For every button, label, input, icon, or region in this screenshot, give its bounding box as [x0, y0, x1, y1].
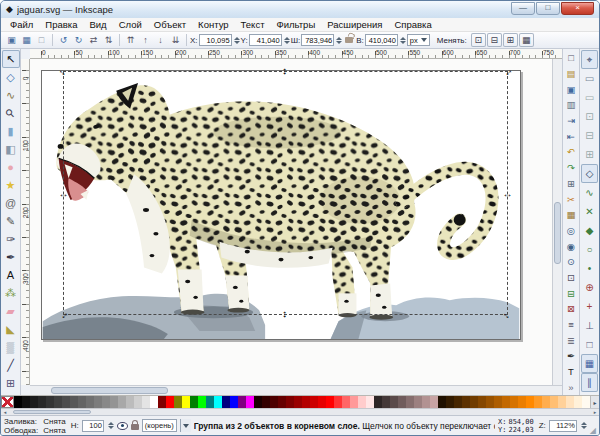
palette-swatch[interactable] [118, 396, 126, 408]
opacity-spinner[interactable] [108, 422, 114, 429]
palette-swatch[interactable] [262, 396, 270, 408]
selector-tool[interactable]: ↖ [2, 50, 20, 68]
palette-swatch[interactable] [78, 396, 86, 408]
tweak-tool[interactable]: ∿ [2, 86, 20, 104]
y-spinner[interactable] [284, 37, 290, 44]
horizontal-scrollbar-thumb[interactable] [51, 387, 168, 394]
menu-layer[interactable]: Слой [113, 18, 148, 31]
lower-icon[interactable]: ↓ [153, 33, 168, 47]
align-dialog-icon[interactable]: ≣ [564, 332, 579, 348]
enable-snapping-icon[interactable]: ⌖ [581, 50, 598, 69]
menu-edit[interactable]: Правка [39, 18, 83, 31]
layer-dropdown-button[interactable] [180, 419, 191, 432]
undo-icon[interactable]: ↶ [564, 144, 579, 160]
maximize-button[interactable]: □ [536, 2, 560, 15]
palette-swatch[interactable] [550, 396, 558, 408]
vertical-scrollbar[interactable] [552, 59, 562, 385]
palette-swatch[interactable] [406, 396, 414, 408]
save-icon[interactable]: ▣ [564, 81, 579, 97]
palette-swatch[interactable] [166, 396, 174, 408]
zoom-page-icon[interactable]: ⊙ [564, 254, 579, 270]
new-document-icon[interactable]: □ [564, 50, 579, 66]
palette-swatch[interactable] [158, 396, 166, 408]
palette-swatch[interactable] [302, 396, 310, 408]
snap-text-baselines-icon[interactable]: ⊥ [581, 316, 598, 335]
palette-swatch[interactable] [110, 396, 118, 408]
palette-swatch[interactable] [214, 396, 222, 408]
vertical-ruler[interactable]: 0100200300400 [21, 59, 30, 385]
select-all-icon[interactable]: ▣ [4, 33, 19, 47]
palette-scroll-right-icon[interactable]: ▸ [591, 409, 599, 416]
palette-swatch[interactable] [358, 396, 366, 408]
snap-line-midpoints-icon[interactable]: • [581, 259, 598, 278]
palette-swatch[interactable] [326, 396, 334, 408]
raise-to-top-icon[interactable]: ⇈ [123, 33, 138, 47]
rectangle-tool[interactable]: ▮ [2, 122, 20, 140]
unlink-clone-icon[interactable]: ⊠ [564, 301, 579, 317]
menu-text[interactable]: Текст [235, 18, 271, 31]
zoom-selection-icon[interactable]: ◎ [564, 223, 579, 239]
palette-swatch[interactable] [94, 396, 102, 408]
menu-file[interactable]: Файл [4, 18, 39, 31]
palette-swatch[interactable] [486, 396, 494, 408]
palette-swatch[interactable] [582, 396, 590, 408]
vertical-scrollbar-thumb[interactable] [554, 202, 561, 264]
horizontal-ruler[interactable]: 0501001502002503003504004505005506006507… [30, 49, 562, 59]
palette-swatch[interactable] [342, 396, 350, 408]
paint-bucket-tool[interactable]: ◣ [2, 320, 20, 338]
palette-swatch[interactable] [238, 396, 246, 408]
palette-swatch[interactable] [518, 396, 526, 408]
lock-ratio-icon[interactable] [345, 37, 353, 43]
snap-page-border-icon[interactable]: □ [581, 335, 598, 354]
snap-object-centers-icon[interactable]: ⊕ [581, 278, 598, 297]
select-all-layers-icon[interactable]: ▦ [19, 33, 34, 47]
xml-editor-icon[interactable]: ≡ [564, 317, 579, 333]
affect-gradients-icon[interactable]: ⊞ [503, 33, 518, 47]
selection-handle-bottom[interactable]: ↔ [281, 309, 292, 320]
pencil-tool[interactable]: ✎ [2, 212, 20, 230]
palette-swatch[interactable] [398, 396, 406, 408]
palette-swatch[interactable] [566, 396, 574, 408]
text-dialog-icon[interactable]: T [564, 364, 579, 380]
palette-swatch[interactable] [22, 396, 30, 408]
snap-bbox-icon[interactable]: ▭ [581, 69, 598, 88]
palette-swatch[interactable] [174, 396, 182, 408]
snap-nodes-icon[interactable]: ◇ [581, 164, 598, 183]
close-button[interactable]: × [561, 2, 594, 15]
resize-grip[interactable]: ◢ [590, 426, 596, 435]
units-dropdown[interactable]: px [407, 34, 430, 46]
palette-swatch[interactable] [278, 396, 286, 408]
toolbar-overflow-icon[interactable]: » [564, 379, 579, 395]
horizontal-scrollbar[interactable] [30, 385, 562, 395]
palette-swatch[interactable] [254, 396, 262, 408]
menu-path[interactable]: Контур [192, 18, 234, 31]
palette-swatch[interactable] [246, 396, 254, 408]
import-icon[interactable]: ⇥ [564, 113, 579, 129]
palette-swatch[interactable] [390, 396, 398, 408]
cut-icon[interactable]: ✂ [564, 191, 579, 207]
layer-lock-icon[interactable] [131, 424, 139, 430]
box3d-tool[interactable]: ◧ [2, 140, 20, 158]
snap-cusp-nodes-icon[interactable]: ◆ [581, 221, 598, 240]
palette-swatch[interactable] [414, 396, 422, 408]
affect-corners-icon[interactable]: ⊟ [487, 33, 502, 47]
print-icon[interactable]: ▥ [564, 97, 579, 113]
eraser-tool[interactable]: ▰ [2, 302, 20, 320]
lower-to-bottom-icon[interactable]: ⇊ [168, 33, 183, 47]
palette-swatch[interactable] [310, 396, 318, 408]
rotate-cw-icon[interactable]: ↻ [71, 33, 86, 47]
palette-swatch[interactable] [382, 396, 390, 408]
star-tool[interactable]: ★ [2, 176, 20, 194]
menu-filters[interactable]: Фильтры [270, 18, 321, 31]
palette-swatch[interactable] [502, 396, 510, 408]
layer-visibility-eye-icon[interactable] [117, 422, 128, 430]
palette-swatch[interactable] [462, 396, 470, 408]
palette-swatch[interactable] [526, 396, 534, 408]
palette-swatch[interactable] [126, 396, 134, 408]
zoom-drawing-icon[interactable]: ◉ [564, 238, 579, 254]
snap-bbox-edges-icon[interactable]: ▭ [581, 88, 598, 107]
minimize-button[interactable]: — [511, 2, 535, 15]
palette-swatch[interactable] [422, 396, 430, 408]
ellipse-tool[interactable]: ● [2, 158, 20, 176]
snap-smooth-nodes-icon[interactable]: ○ [581, 240, 598, 259]
